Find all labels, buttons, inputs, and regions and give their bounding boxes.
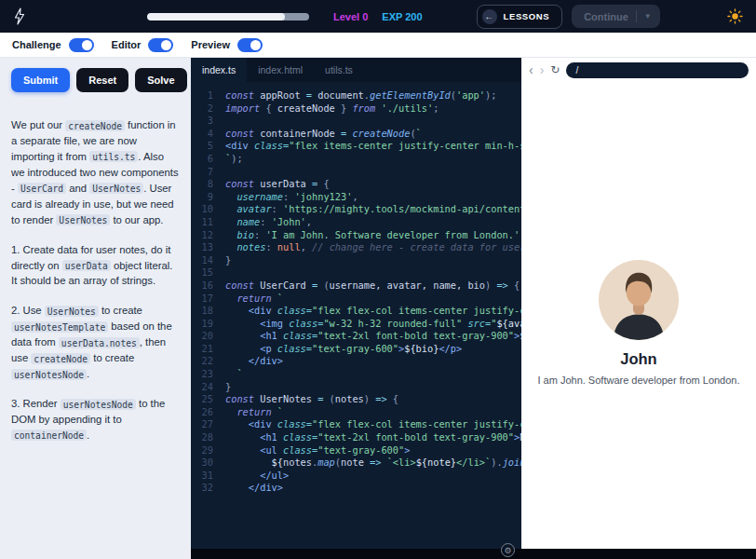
code-line: 2import { createNode } from './utils'; [191,102,521,116]
continue-divider [636,10,637,22]
tab-index-html[interactable]: index.html [247,58,314,82]
inline-code: createNode [31,353,90,364]
solve-button[interactable]: Solve [135,68,186,92]
code-line: 6`); [191,153,521,166]
line-number: 29 [191,444,213,457]
code-line: 9 username: 'johny123', [191,191,521,204]
line-number: 4 [191,128,213,141]
code-line: 22 </div> [191,355,521,368]
settings-gear-icon[interactable]: ⚙ [501,543,515,557]
line-number: 27 [191,418,213,431]
tab-index-ts[interactable]: index.ts [191,58,247,82]
code-line: 26 return ` [191,406,521,419]
avatar-illustration [599,260,679,340]
line-number: 20 [191,330,213,343]
inline-code: userData [62,260,111,271]
instruction-paragraph: We put our createNode function in a sepa… [11,117,180,228]
line-number: 12 [191,229,213,242]
theme-sun-icon[interactable] [727,8,743,24]
line-number: 5 [191,140,213,153]
inline-code: utils.ts [89,151,138,162]
code-line: 16const UserCard = (username, avatar, na… [191,280,521,293]
topbar: Level 0 EXP 200 ← LESSONS Continue ▼ [0,0,756,33]
toggle-knob [161,40,171,50]
inline-code: containerNode [11,429,87,441]
line-number: 11 [191,216,213,229]
code-line: 19 <img class="w-32 h-32 rounded-full" s… [191,318,521,331]
code-line: 32 </div> [191,482,521,495]
code-line: 27 <div class="flex flex-col items-cente… [191,418,521,431]
toggle-group-challenge: Challenge [12,38,94,52]
toggle-label-challenge: Challenge [12,39,61,50]
action-buttons: Submit Reset Solve [11,68,180,92]
code-line: 24} [191,381,521,394]
inline-code: UserNotes [45,306,99,317]
toggle-knob [250,40,261,50]
line-number: 24 [191,381,213,394]
lightning-icon [13,7,26,25]
instruction-paragraph: 2. Use UserNotes to create userNotesTemp… [11,303,180,382]
toggle-group-editor: Editor [112,38,174,52]
avatar [599,260,679,340]
devtools-collapsed-bar[interactable] [191,549,756,559]
tab-utils-ts[interactable]: utils.ts [314,58,364,82]
code-editor: index.tsindex.htmlutils.ts 1const appRoo… [191,58,521,559]
code-line: 13 notes: null, // change here - create … [191,241,521,254]
url-bar[interactable]: / [566,62,749,78]
toggle-switch-preview[interactable] [237,38,263,52]
line-number: 31 [191,470,213,483]
code-line: 3 [191,115,521,128]
instruction-paragraph: 3. Render userNotesNode to the DOM by ap… [11,396,180,443]
back-arrow-icon: ← [482,9,497,24]
toggle-knob [82,40,92,50]
exp-progress-fill [147,13,285,20]
inline-code: UserNotes [56,214,110,225]
code-line: 1const appRoot = document.getElementById… [191,89,521,102]
code-line: 10 avatar: 'https://mighty.tools/mockmin… [191,203,521,216]
submit-button[interactable]: Submit [11,68,70,92]
code-line: 30 ${notes.map(note => `<li>${note}</li>… [191,457,521,470]
lessons-button[interactable]: ← LESSONS [477,5,563,29]
code-line: 5<div class="flex items-center justify-c… [191,140,521,153]
line-number: 1 [191,89,213,102]
chevron-down-icon: ▼ [644,12,652,20]
instruction-paragraph: 1. Create data for user notes, do it dir… [11,242,180,290]
preview-browser-bar: ‹ › ↻ / [521,58,756,82]
code-line: 29 <ul class="text-gray-600"> [191,444,521,457]
line-number: 19 [191,318,213,331]
code-line: 25const UserNotes = (notes) => { [191,393,521,406]
toggle-switch-challenge[interactable] [69,38,94,52]
line-number: 25 [191,393,213,406]
level-badge: Level 0 [333,11,368,22]
instructions: We put our createNode function in a sepa… [11,117,180,443]
code-line: 21 <p class="text-gray-600">${bio}</p> [191,343,521,356]
line-number: 22 [191,355,213,368]
continue-button[interactable]: Continue ▼ [572,5,660,28]
line-number: 10 [191,203,213,216]
toggle-switch-editor[interactable] [148,38,173,52]
code-line: 31 </ul> [191,470,521,483]
code-line: 17 return ` [191,293,521,306]
toggle-group-preview: Preview [191,38,263,52]
toggle-groups: ChallengeEditorPreview [12,38,280,52]
toggle-label-editor: Editor [112,39,142,50]
lessons-button-label: LESSONS [504,11,550,21]
line-number: 32 [191,482,213,495]
user-name: John [620,350,656,368]
nav-forward-icon[interactable]: › [540,63,545,76]
reset-button[interactable]: Reset [76,68,128,92]
code-line: 11 name: 'John', [191,216,521,229]
code-lines[interactable]: 1const appRoot = document.getElementById… [191,82,521,559]
code-line: 20 <h1 class="text-2xl font-bold text-gr… [191,330,521,343]
line-number: 16 [191,280,213,293]
code-line: 4const containerNode = createNode(` [191,128,521,141]
toggle-label-preview: Preview [191,39,230,50]
line-number: 30 [191,457,213,470]
code-line: 28 <h1 class="text-2xl font-bold text-gr… [191,431,521,444]
refresh-icon[interactable]: ↻ [550,64,560,75]
line-number: 26 [191,406,213,419]
line-number: 28 [191,431,213,444]
code-line: 7 [191,166,521,179]
code-line: 14} [191,254,521,267]
nav-back-icon[interactable]: ‹ [529,63,533,76]
